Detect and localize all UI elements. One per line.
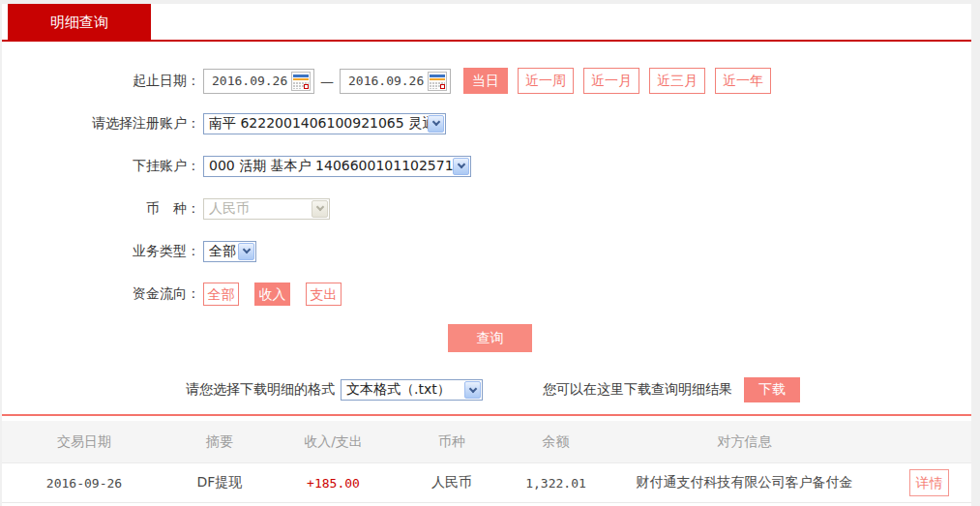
- header-counterparty: 对方信息: [602, 433, 887, 451]
- range-button-last-year[interactable]: 近一年: [715, 68, 771, 94]
- range-button-last-quarter[interactable]: 近三月: [649, 68, 705, 94]
- download-hint: 您可以在这里下载查询明细结果: [543, 381, 732, 399]
- range-button-last-week[interactable]: 近一周: [518, 68, 574, 94]
- sub-account-value: 000 活期 基本户 1406600101102571848: [209, 158, 453, 175]
- cell-counterparty: 财付通支付科技有限公司客户备付金: [602, 474, 887, 491]
- cell-amount: +185.00: [273, 476, 394, 491]
- registered-account-value: 南平 6222001406100921065 灵通卡: [209, 115, 428, 133]
- currency-row: 币 种： 人民币: [2, 195, 971, 222]
- table-divider: [2, 414, 971, 416]
- cell-currency: 人民币: [394, 474, 510, 491]
- start-date-input[interactable]: 2016.09.26: [203, 69, 314, 94]
- chevron-down-icon[interactable]: [238, 243, 254, 260]
- cell-summary: DF提现: [166, 474, 273, 491]
- currency-value: 人民币: [209, 200, 250, 218]
- fund-flow-row: 资金流向： 全部 收入 支出: [2, 281, 971, 307]
- download-button[interactable]: 下载: [744, 377, 800, 402]
- header-currency: 币种: [394, 433, 510, 451]
- cell-balance: 1,322.01: [510, 476, 602, 491]
- start-date-value: 2016.09.26: [212, 74, 287, 88]
- business-type-label: 业务类型：: [2, 243, 203, 260]
- detail-button[interactable]: 详情: [909, 469, 949, 496]
- range-button-last-month[interactable]: 近一月: [583, 68, 639, 94]
- chevron-down-icon[interactable]: [453, 158, 469, 175]
- download-format-label: 请您选择下载明细的格式: [186, 381, 335, 399]
- fund-flow-label: 资金流向：: [2, 285, 203, 303]
- date-range-label: 起止日期：: [2, 73, 203, 90]
- date-range-row: 起止日期： 2016.09.26 — 2016.09.26: [2, 68, 971, 94]
- download-format-value: 文本格式（.txt）: [346, 381, 451, 399]
- cell-actions: 详情: [887, 469, 971, 496]
- main-content: 明细查询 起止日期： 2016.09.26 —: [2, 4, 971, 506]
- business-type-value: 全部: [209, 243, 236, 260]
- calendar-icon[interactable]: [428, 72, 447, 91]
- header-balance: 余额: [510, 433, 602, 451]
- fund-flow-income-button[interactable]: 收入: [254, 283, 290, 306]
- header-summary: 摘要: [166, 433, 273, 451]
- registered-account-label: 请选择注册账户：: [2, 115, 203, 133]
- results-table: 交易日期 摘要 收入/支出 币种 余额 对方信息 2016-09-26 DF提现…: [2, 421, 971, 503]
- fund-flow-all-button[interactable]: 全部: [203, 283, 239, 306]
- tab-detail-query[interactable]: 明细查询: [8, 4, 151, 42]
- download-row: 请您选择下载明细的格式 文本格式（.txt） 您可以在这里下载查询明细结果 下载: [2, 377, 971, 402]
- header-trade-date: 交易日期: [2, 433, 166, 451]
- sub-account-row: 下挂账户： 000 活期 基本户 1406600101102571848: [2, 153, 971, 179]
- end-date-input[interactable]: 2016.09.26: [340, 69, 451, 94]
- sub-account-label: 下挂账户：: [2, 158, 203, 175]
- fund-flow-expense-button[interactable]: 支出: [306, 283, 342, 306]
- date-range-separator: —: [320, 74, 334, 89]
- currency-select: 人民币: [203, 198, 330, 220]
- table-header-row: 交易日期 摘要 收入/支出 币种 余额 对方信息: [2, 421, 971, 463]
- tab-strip: 明细查询: [2, 4, 971, 42]
- query-button[interactable]: 查询: [448, 324, 532, 352]
- range-button-today[interactable]: 当日: [463, 68, 508, 94]
- end-date-value: 2016.09.26: [348, 74, 424, 88]
- chevron-down-icon[interactable]: [464, 381, 481, 399]
- calendar-icon[interactable]: [291, 72, 311, 91]
- currency-label: 币 种：: [2, 200, 203, 218]
- chevron-down-icon: [312, 200, 328, 218]
- chevron-down-icon[interactable]: [428, 115, 444, 133]
- registered-account-row: 请选择注册账户： 南平 6222001406100921065 灵通卡: [2, 110, 971, 136]
- registered-account-select[interactable]: 南平 6222001406100921065 灵通卡: [203, 113, 446, 134]
- download-format-select[interactable]: 文本格式（.txt）: [341, 379, 483, 401]
- sub-account-select[interactable]: 000 活期 基本户 1406600101102571848: [203, 156, 471, 177]
- business-type-select[interactable]: 全部: [203, 241, 256, 262]
- header-income-expense: 收入/支出: [273, 433, 394, 451]
- table-row: 2016-09-26 DF提现 +185.00 人民币 1,322.01 财付通…: [2, 463, 971, 503]
- business-type-row: 业务类型： 全部: [2, 238, 971, 264]
- cell-trade-date: 2016-09-26: [2, 476, 166, 491]
